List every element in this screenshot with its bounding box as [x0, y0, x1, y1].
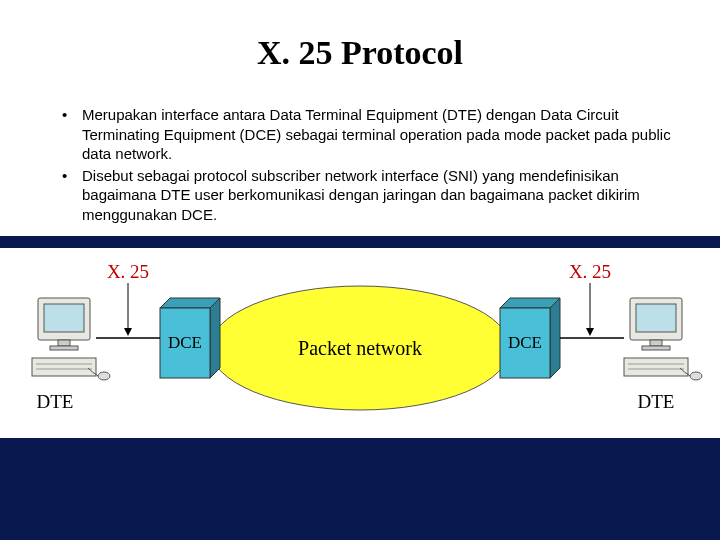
dce-right-label: DCE [508, 333, 542, 352]
cloud-label: Packet network [298, 337, 422, 359]
svg-rect-10 [32, 358, 96, 376]
dte-left-label: DTE [37, 391, 74, 412]
dte-right-computer: DTE [624, 298, 702, 412]
bullet-item: Disebut sebagai protocol subscriber netw… [62, 166, 682, 225]
diagram-area: Packet network DCE DCE [0, 248, 720, 438]
svg-rect-16 [650, 340, 662, 346]
svg-rect-8 [58, 340, 70, 346]
arrow-right-head [586, 328, 594, 336]
slide: X. 25 Protocol Merupakan interface antar… [0, 0, 720, 540]
bullet-list: Merupakan interface antara Data Terminal… [0, 95, 720, 236]
x25-diagram: Packet network DCE DCE [0, 248, 720, 438]
dce-left-label: DCE [168, 333, 202, 352]
protocol-right-label: X. 25 [569, 261, 611, 282]
page-title: X. 25 Protocol [257, 16, 463, 80]
svg-rect-15 [636, 304, 676, 332]
protocol-left-label: X. 25 [107, 261, 149, 282]
svg-marker-4 [550, 298, 560, 378]
svg-rect-18 [624, 358, 688, 376]
dce-right-box: DCE [500, 298, 560, 378]
arrow-left-head [124, 328, 132, 336]
dte-left-computer: DTE [32, 298, 110, 412]
dce-left-box: DCE [160, 298, 220, 378]
svg-marker-1 [210, 298, 220, 378]
title-area: X. 25 Protocol [0, 0, 720, 95]
bullet-item: Merupakan interface antara Data Terminal… [62, 105, 682, 164]
svg-rect-7 [44, 304, 84, 332]
svg-point-13 [98, 372, 110, 380]
svg-rect-9 [50, 346, 78, 350]
dte-right-label: DTE [638, 391, 675, 412]
svg-rect-17 [642, 346, 670, 350]
svg-point-21 [690, 372, 702, 380]
